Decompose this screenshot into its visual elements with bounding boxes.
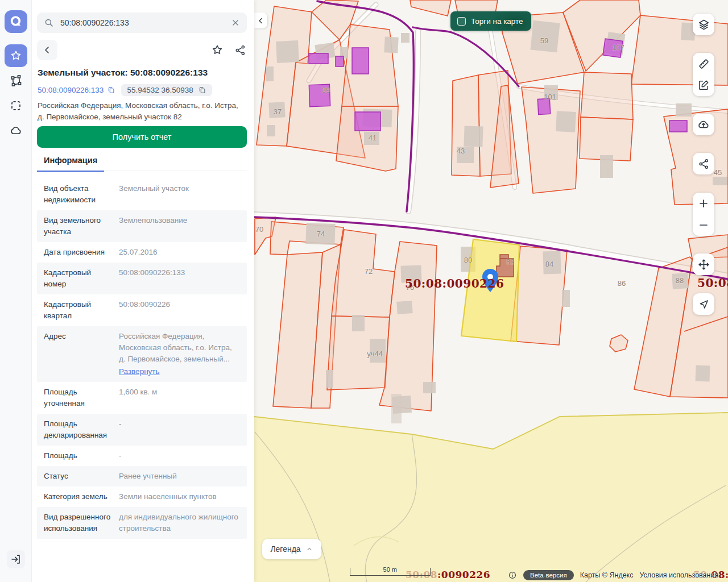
search-bar[interactable]	[37, 13, 247, 33]
info-row: Вид объекта недвижимостиЗемельный участо…	[37, 178, 247, 210]
map-attribution: Beta-версия Карты © Яндекс Условия испол…	[508, 569, 718, 581]
sidebar-item-select-area[interactable]	[9, 99, 23, 113]
logout-button[interactable]	[7, 550, 25, 568]
trades-on-map-toggle[interactable]: Торги на карте	[450, 11, 531, 31]
info-row-label: Статус	[44, 471, 119, 482]
info-row-value: 25.07.2016	[119, 247, 240, 258]
info-icon[interactable]	[508, 571, 517, 580]
draw-button[interactable]	[693, 74, 714, 96]
zoom-out-button[interactable]	[693, 214, 714, 236]
share-icon	[698, 158, 710, 170]
object-address: Российская Федерация, Московская область…	[38, 100, 247, 123]
info-row: Категория земельЗемли населенных пунктов	[37, 487, 247, 507]
share-button[interactable]	[233, 43, 247, 57]
ruler-icon	[697, 57, 710, 70]
sidebar-item-polygon-tool[interactable]	[9, 74, 23, 88]
info-table: Вид объекта недвижимостиЗемельный участо…	[37, 178, 247, 539]
info-row-value: Ранее учтенный	[119, 471, 240, 482]
zoom-controls	[693, 193, 714, 236]
info-row-value: Земельный участок	[119, 183, 240, 206]
detail-panel: Земельный участок: 50:08:0090226:133 50:…	[32, 0, 254, 582]
navigation-arrow-icon	[698, 298, 710, 310]
copy-icon[interactable]	[107, 86, 115, 94]
share-icon	[234, 44, 246, 56]
parcel-number-label: 45	[714, 168, 722, 177]
info-row-value: 50:08:0090226	[119, 299, 240, 322]
trades-toggle-label: Торги на карте	[471, 17, 523, 26]
parcel-number-label: 70	[255, 225, 263, 234]
dashed-select-icon	[9, 99, 23, 113]
info-row-label: Дата присвоения	[44, 247, 119, 258]
info-row-label: Вид объекта недвижимости	[44, 183, 119, 206]
measure-button[interactable]	[693, 53, 714, 74]
star-outline-icon	[211, 44, 224, 56]
get-report-button[interactable]: Получить отчет	[37, 126, 247, 148]
terms-link[interactable]: Условия использования	[639, 571, 718, 579]
clear-search-icon[interactable]	[231, 18, 240, 27]
info-row-value: -	[119, 450, 240, 462]
cadastral-map-app: Земельный участок: 50:08:0090226:133 50:…	[0, 0, 728, 582]
upload-control[interactable]	[693, 114, 714, 135]
info-row-value: Землепользование	[119, 215, 240, 238]
parcel-number-label: 74	[317, 230, 325, 238]
parcel-number-label: 84	[545, 260, 553, 268]
info-row-label: Площадь	[44, 450, 119, 462]
info-row-label: Категория земель	[44, 491, 119, 502]
cadastral-number-link[interactable]: 50:08:0090226:133	[38, 86, 115, 94]
minus-icon	[697, 219, 710, 231]
parcel-number-label: 41	[369, 134, 377, 142]
move-icon	[697, 258, 710, 271]
collapse-panel-button[interactable]	[254, 13, 267, 28]
expand-address-link[interactable]: Развернуть	[119, 366, 160, 377]
coordinates-chip[interactable]: 55.94532 36.50938	[121, 84, 212, 96]
copy-icon[interactable]	[198, 86, 206, 94]
trades-checkbox[interactable]	[457, 17, 466, 26]
parcel-number-label: 39	[322, 86, 330, 94]
legend-button[interactable]: Легенда	[262, 539, 321, 559]
info-row: Площадь-	[37, 446, 247, 466]
info-row-value: Российская Федерация, Московская область…	[119, 331, 240, 377]
favorite-button[interactable]	[210, 43, 224, 57]
parcel-number-label: 72	[365, 267, 373, 276]
layers-control[interactable]	[693, 14, 714, 35]
sidebar-item-cloud[interactable]	[9, 124, 23, 138]
search-input[interactable]	[59, 18, 231, 28]
info-row-label: Адрес	[44, 331, 119, 377]
parcel-number-label: 59	[540, 36, 548, 45]
plus-icon	[697, 197, 710, 210]
parcel-number-label: 101	[544, 93, 556, 101]
info-row: АдресРоссийская Федерация, Московская об…	[37, 326, 247, 382]
parcel-number-label: 86	[618, 279, 626, 288]
legend-label: Легенда	[270, 544, 300, 554]
object-title: Земельный участок: 50:08:0090226:133	[38, 68, 248, 78]
left-rail	[0, 0, 32, 582]
info-row-value: 1,600 кв. м	[119, 386, 240, 409]
share-map-control[interactable]	[693, 153, 714, 174]
app-logo[interactable]	[5, 10, 27, 33]
info-row-label: Вид разрешенного использования	[44, 512, 119, 534]
info-row: Дата присвоения25.07.2016	[37, 242, 247, 263]
map-canvas[interactable]: 373941435910710145707472уч44768082848688…	[254, 0, 728, 582]
parcel-number-label: 88	[676, 276, 684, 285]
info-row: Площадь декларированная-	[37, 414, 247, 446]
info-row: Площадь уточненная1,600 кв. м	[37, 382, 247, 414]
parcel-number-label: 43	[457, 147, 465, 155]
parcel-number-label: 80	[464, 256, 472, 264]
parcel-number-label: 37	[274, 107, 282, 116]
back-button[interactable]	[37, 40, 57, 60]
info-row-value: для индивидуального жилищного строительс…	[119, 512, 240, 534]
tab-information[interactable]: Информация	[37, 152, 104, 172]
parcel-number-label: уч44	[367, 350, 383, 358]
info-row: Кадастровый номер50:08:0090226:133	[37, 263, 247, 294]
pan-control[interactable]	[693, 253, 714, 275]
chevron-up-icon	[305, 545, 313, 553]
info-row: Вид земельного участкаЗемлепользование	[37, 210, 247, 242]
cloud-icon	[9, 124, 23, 138]
maps-copyright[interactable]: Карты © Яндекс	[580, 571, 634, 579]
zoom-in-button[interactable]	[693, 193, 714, 214]
sidebar-item-favorites[interactable]	[5, 44, 27, 67]
object-header-actions	[37, 40, 247, 60]
logo-icon	[9, 14, 23, 29]
locate-control[interactable]	[693, 293, 714, 315]
info-row-label: Кадастровый номер	[44, 267, 119, 290]
